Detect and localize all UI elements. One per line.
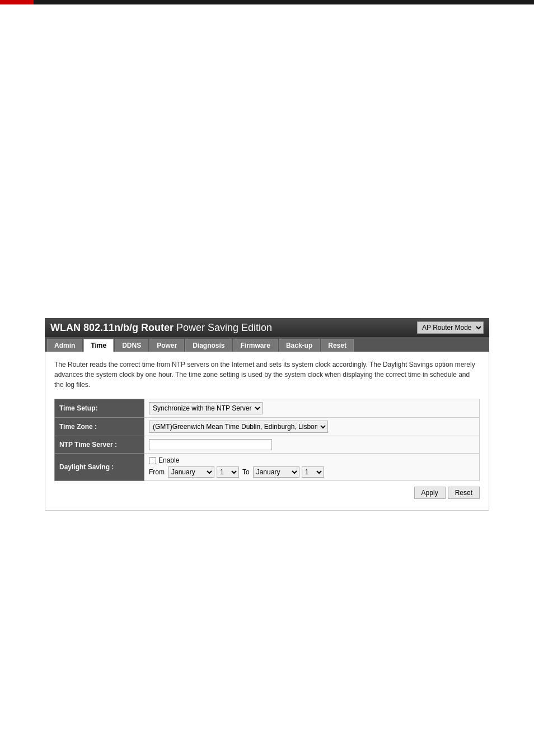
daylight-saving-row: Daylight Saving : Enable From January xyxy=(55,454,480,481)
to-label: To xyxy=(242,468,250,476)
ntp-server-row: NTP Time Server : xyxy=(55,436,480,454)
tab-time[interactable]: Time xyxy=(83,339,114,352)
apply-button[interactable]: Apply xyxy=(414,487,446,499)
reset-button[interactable]: Reset xyxy=(448,487,480,499)
tab-admin[interactable]: Admin xyxy=(47,339,82,352)
mode-select[interactable]: AP Router Mode xyxy=(417,321,484,334)
content-area: The Router reads the correct time from N… xyxy=(45,352,489,511)
router-title-bar: WLAN 802.11n/b/g Router Power Saving Edi… xyxy=(45,318,489,337)
from-to-row: From January February March April May Ju… xyxy=(149,466,475,478)
from-month-select[interactable]: January February March April May June Ju… xyxy=(168,466,214,478)
settings-table: Time Setup: Synchronize with the NTP Ser… xyxy=(54,399,480,481)
time-zone-label: Time Zone : xyxy=(55,418,144,436)
enable-label: Enable xyxy=(158,456,179,464)
daylight-saving-controls: Enable From January February March April… xyxy=(149,456,475,478)
ntp-server-input[interactable] xyxy=(149,439,272,450)
to-day-select[interactable]: 12345 678910 1112131415 1617181920 21222… xyxy=(302,466,324,478)
tab-power[interactable]: Power xyxy=(149,339,184,352)
time-setup-select[interactable]: Synchronize with the NTP Server Manually xyxy=(149,402,263,414)
tab-diagnosis[interactable]: Diagnosis xyxy=(185,339,232,352)
daylight-saving-label: Daylight Saving : xyxy=(55,454,144,481)
from-day-select[interactable]: 12345 678910 1112131415 1617181920 21222… xyxy=(217,466,239,478)
description-text: The Router reads the correct time from N… xyxy=(54,360,480,390)
tab-firmware[interactable]: Firmware xyxy=(233,339,278,352)
time-zone-row: Time Zone : (GMT)Greenwich Mean Time Dub… xyxy=(55,418,480,436)
time-setup-row: Time Setup: Synchronize with the NTP Ser… xyxy=(55,399,480,418)
to-month-select[interactable]: January February March April May June Ju… xyxy=(253,466,299,478)
enable-checkbox[interactable] xyxy=(149,457,156,464)
ntp-server-label: NTP Time Server : xyxy=(55,436,144,454)
buttons-area: Apply Reset xyxy=(54,487,480,499)
tab-backup[interactable]: Back-up xyxy=(279,339,320,352)
timezone-select[interactable]: (GMT)Greenwich Mean Time Dublin, Edinbur… xyxy=(149,421,328,433)
router-title-light: Power Saving Edition xyxy=(174,322,272,333)
router-title-bold: WLAN 802.11n/b/g Router xyxy=(50,322,174,333)
nav-tabs: Admin Time DDNS Power Diagnosis Firmware… xyxy=(45,337,489,352)
top-bar xyxy=(0,0,534,4)
from-label: From xyxy=(149,468,165,476)
router-title: WLAN 802.11n/b/g Router Power Saving Edi… xyxy=(50,322,272,334)
tab-reset[interactable]: Reset xyxy=(321,339,354,352)
enable-row: Enable xyxy=(149,456,475,464)
tab-ddns[interactable]: DDNS xyxy=(115,339,148,352)
time-setup-label: Time Setup: xyxy=(55,399,144,418)
